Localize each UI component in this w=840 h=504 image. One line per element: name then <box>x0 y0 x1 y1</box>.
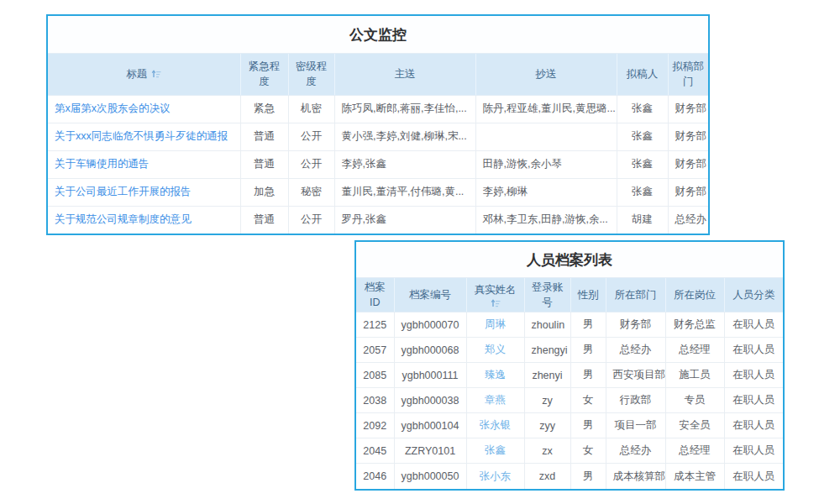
main-to-cell: 陈巧凤,断郎,蒋丽,李佳怡,... <box>334 95 475 123</box>
doc-title-link[interactable]: 关于规范公司规章制度的意见 <box>55 213 192 225</box>
file-no-cell: ZZRY0101 <box>394 438 466 464</box>
dept-cell: 财务部 <box>668 178 708 206</box>
archive-header-name[interactable]: 真实姓名 <box>466 278 524 312</box>
doc-title-cell: 关于车辆使用的通告 <box>48 150 240 178</box>
doc-title-link[interactable]: 关于公司最近工作开展的报告 <box>55 186 192 197</box>
position-cell: 总经理 <box>665 438 724 464</box>
department-cell: 成本核算部 <box>606 464 665 489</box>
archive-id-cell: 2057 <box>356 338 394 363</box>
person-name-link[interactable]: 张鑫 <box>485 444 506 456</box>
department-cell: 西安项目部 <box>606 363 665 388</box>
name-cell: 郑义 <box>466 338 524 363</box>
table-row: 2085 ygbh000111 臻逸 zhenyi 男 西安项目部 施工员 在职… <box>356 363 783 388</box>
secrecy-cell: 公开 <box>288 206 334 234</box>
position-cell: 施工员 <box>665 363 724 388</box>
monitor-header-urgency: 紧急程度 <box>240 54 288 95</box>
cc-cell: 陈丹,程亚雄,董川民,黄思璐... <box>475 95 617 123</box>
archive-header-row: 档案ID 档案编号 真实姓名 登录账号 性别 <box>356 278 783 312</box>
dept-cell: 财务部 <box>668 150 708 178</box>
file-no-cell: ygbh000050 <box>394 464 466 489</box>
table-row: 2045 ZZRY0101 张鑫 zx 女 总经办 总经理 在职人员 <box>356 438 783 464</box>
cc-cell: 李婷,柳琳 <box>475 178 617 206</box>
secrecy-cell: 机密 <box>288 95 334 123</box>
drafter-cell: 张鑫 <box>617 95 668 123</box>
category-cell: 在职人员 <box>724 413 783 438</box>
personnel-archive-title: 人员档案列表 <box>356 242 783 278</box>
monitor-header-dept: 拟稿部门 <box>668 54 708 95</box>
archive-id-cell: 2085 <box>356 363 394 388</box>
archive-header-name-label: 真实姓名 <box>475 282 517 297</box>
person-name-link[interactable]: 张小东 <box>480 470 512 482</box>
urgency-cell: 普通 <box>240 206 288 234</box>
doc-title-cell: 第x届第x次股东会的决议 <box>48 95 240 123</box>
gender-cell: 男 <box>570 363 606 388</box>
archive-header-id: 档案ID <box>356 278 394 312</box>
gender-cell: 男 <box>570 338 606 363</box>
gender-cell: 女 <box>570 388 606 413</box>
category-cell: 在职人员 <box>724 464 783 489</box>
urgency-cell: 紧急 <box>240 95 288 123</box>
file-no-cell: ygbh000070 <box>394 312 466 338</box>
file-no-cell: ygbh000104 <box>394 413 466 438</box>
category-cell: 在职人员 <box>724 438 783 464</box>
person-name-link[interactable]: 郑义 <box>485 344 506 355</box>
secrecy-cell: 公开 <box>288 123 334 150</box>
name-cell: 周琳 <box>466 312 524 338</box>
document-monitor-title: 公文监控 <box>48 16 708 54</box>
sort-icon[interactable] <box>151 69 161 79</box>
account-cell: zx <box>524 438 570 464</box>
drafter-cell: 胡建 <box>617 206 668 234</box>
table-row: 2057 ygbh000068 郑义 zhengyi 男 总经办 总经理 在职人… <box>356 338 783 363</box>
secrecy-cell: 公开 <box>288 150 334 178</box>
name-cell: 臻逸 <box>466 363 524 388</box>
table-row: 2038 ygbh000038 章燕 zy 女 行政部 专员 在职人员 <box>356 388 783 413</box>
person-name-link[interactable]: 章燕 <box>485 394 506 406</box>
gender-cell: 男 <box>570 413 606 438</box>
file-no-cell: ygbh000038 <box>394 388 466 413</box>
doc-title-cell: 关于规范公司规章制度的意见 <box>48 206 240 234</box>
table-row: 关于xxx同志临危不惧勇斗歹徒的通报 普通 公开 黄小强,李婷,刘健,柳琳,宋.… <box>48 123 708 150</box>
drafter-cell: 张鑫 <box>617 150 668 178</box>
person-name-link[interactable]: 臻逸 <box>485 369 506 381</box>
gender-cell: 女 <box>570 438 606 464</box>
doc-title-link[interactable]: 关于车辆使用的通告 <box>55 158 150 170</box>
main-to-cell: 董川民,董清平,付伟璐,黄... <box>334 178 475 206</box>
name-cell: 张永银 <box>466 413 524 438</box>
account-cell: zhenyi <box>524 363 570 388</box>
monitor-header-main-to: 主送 <box>334 54 475 95</box>
sort-icon[interactable] <box>491 298 501 308</box>
position-cell: 安全员 <box>665 413 724 438</box>
archive-header-gender: 性别 <box>570 278 606 312</box>
department-cell: 总经办 <box>606 438 665 464</box>
account-cell: zy <box>524 388 570 413</box>
table-row: 关于规范公司规章制度的意见 普通 公开 罗丹,张鑫 邓林,李卫东,田静,游恢,余… <box>48 206 708 234</box>
department-cell: 项目一部 <box>606 413 665 438</box>
drafter-cell: 张鑫 <box>617 123 668 150</box>
account-cell: zyy <box>524 413 570 438</box>
table-row: 关于车辆使用的通告 普通 公开 李婷,张鑫 田静,游恢,余小琴 张鑫 财务部 <box>48 150 708 178</box>
archive-id-cell: 2125 <box>356 312 394 338</box>
person-name-link[interactable]: 周琳 <box>485 318 506 330</box>
table-row: 2046 ygbh000050 张小东 zxd 男 成本核算部 成本主管 在职人… <box>356 464 783 489</box>
dept-cell: 总经办 <box>668 206 708 234</box>
category-cell: 在职人员 <box>724 388 783 413</box>
doc-title-link[interactable]: 关于xxx同志临危不惧勇斗歹徒的通报 <box>55 130 228 142</box>
doc-title-cell: 关于xxx同志临危不惧勇斗歹徒的通报 <box>48 123 240 150</box>
table-row: 关于公司最近工作开展的报告 加急 秘密 董川民,董清平,付伟璐,黄... 李婷,… <box>48 178 708 206</box>
doc-title-link[interactable]: 第x届第x次股东会的决议 <box>55 102 171 114</box>
archive-id-cell: 2046 <box>356 464 394 489</box>
archive-header-account: 登录账号 <box>524 278 570 312</box>
cc-cell <box>475 123 617 150</box>
monitor-header-secrecy: 密级程度 <box>288 54 334 95</box>
monitor-header-title[interactable]: 标题 <box>48 54 240 95</box>
archive-header-position: 所在岗位 <box>665 278 724 312</box>
monitor-header-title-label: 标题 <box>126 66 147 81</box>
person-name-link[interactable]: 张永银 <box>480 419 512 431</box>
department-cell: 行政部 <box>606 388 665 413</box>
dept-cell: 财务部 <box>668 95 708 123</box>
archive-id-cell: 2038 <box>356 388 394 413</box>
archive-header-category: 人员分类 <box>724 278 783 312</box>
name-cell: 章燕 <box>466 388 524 413</box>
category-cell: 在职人员 <box>724 338 783 363</box>
category-cell: 在职人员 <box>724 363 783 388</box>
